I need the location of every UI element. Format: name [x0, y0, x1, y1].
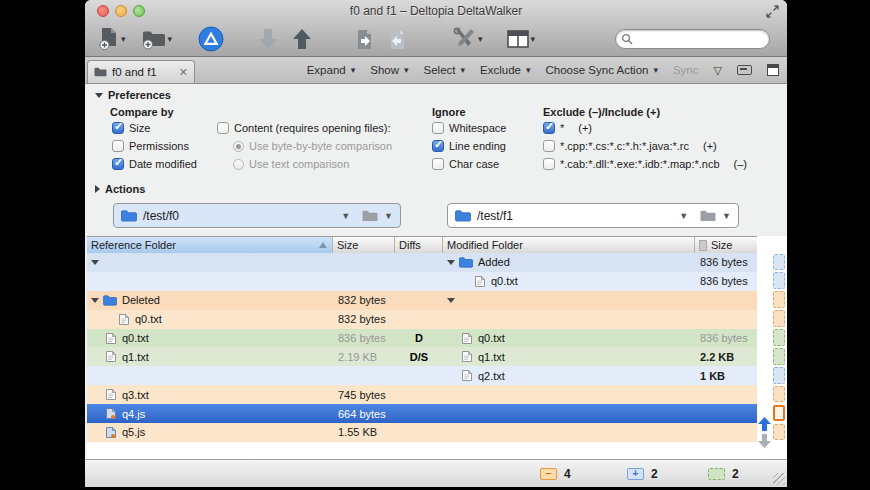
table-row[interactable]: q3.txt745 bytes: [87, 385, 757, 404]
file-size: 2.19 KB: [333, 351, 377, 363]
diff-map-block[interactable]: [773, 254, 785, 271]
arrow-up-icon: [292, 28, 312, 50]
checkbox-whitespace[interactable]: Whitespace: [432, 122, 506, 134]
table-row[interactable]: q5.js1.55 KB: [87, 423, 757, 442]
checkbox-date-modified[interactable]: Date modified: [112, 158, 197, 170]
folder-icon: [459, 257, 473, 268]
actions-section-header[interactable]: Actions: [95, 183, 145, 195]
diff-map-block[interactable]: [773, 291, 785, 308]
tab-f0-and-f1[interactable]: f0 and f1 ✕: [87, 60, 195, 83]
diff-map-block[interactable]: [773, 367, 785, 384]
row-name-cell: [443, 423, 695, 442]
checkbox-line-ending[interactable]: Line ending: [432, 140, 506, 152]
diff-map-block[interactable]: [773, 329, 785, 346]
chevron-down-icon[interactable]: ▼: [679, 211, 688, 221]
checkbox-filter-all[interactable]: * (+): [543, 122, 592, 134]
diff-map-block[interactable]: [773, 348, 785, 365]
layout-button[interactable]: ▾: [507, 25, 536, 53]
new-folder-comparison-button[interactable]: ▾: [142, 25, 173, 53]
checkbox-unchecked-icon: [543, 158, 555, 170]
folder-icon: [103, 295, 117, 306]
deleted-legend-icon: –: [540, 468, 557, 480]
diff-map-block[interactable]: [773, 386, 785, 403]
expander-icon[interactable]: [447, 298, 455, 303]
left-path-value: /test/f0: [143, 209, 335, 223]
expander-icon[interactable]: [91, 260, 99, 265]
column-header-modified-folder[interactable]: Modified Folder: [443, 237, 695, 253]
row-name-cell: [443, 385, 695, 404]
table-row[interactable]: q0.txt836 bytesDq0.txt836 bytes: [87, 329, 757, 348]
previous-difference-button[interactable]: [258, 25, 278, 53]
column-header-size-right[interactable]: Size: [695, 237, 757, 253]
checkbox-content[interactable]: Content (requires opening files):: [217, 122, 391, 134]
chevron-down-icon[interactable]: ▼: [384, 211, 393, 221]
minimize-pane-icon[interactable]: [737, 65, 752, 75]
browse-folder-icon[interactable]: [362, 210, 378, 222]
left-path-combobox[interactable]: /test/f0 ▼ ▼: [113, 203, 401, 228]
next-diff-arrow-icon[interactable]: [758, 434, 771, 448]
row-size-cell: 836 bytes: [333, 329, 395, 348]
new-folder-icon: [142, 28, 166, 50]
new-file-comparison-button[interactable]: ▾: [99, 25, 126, 53]
right-path-value: /test/f1: [477, 209, 673, 223]
table-row[interactable]: q0.txt836 bytes: [87, 272, 757, 291]
table-row[interactable]: q0.txt832 bytes: [87, 310, 757, 329]
previous-diff-arrow-icon[interactable]: [758, 417, 771, 431]
diff-map-block[interactable]: [773, 405, 785, 422]
column-header-diffs[interactable]: Diffs: [395, 237, 443, 253]
deltawalker-button[interactable]: [198, 25, 224, 53]
expand-menu[interactable]: Expand▾: [307, 64, 356, 76]
disclosure-closed-icon: [95, 185, 100, 193]
diff-map-block[interactable]: [773, 272, 785, 289]
chevron-down-icon[interactable]: ▼: [341, 211, 350, 221]
row-name-cell: [443, 404, 695, 423]
expander-icon[interactable]: [447, 260, 455, 265]
choose-sync-action-menu[interactable]: Choose Sync Action▾: [546, 64, 658, 76]
chevron-down-icon[interactable]: ▼: [722, 211, 731, 221]
next-difference-button[interactable]: [292, 25, 312, 53]
checkbox-filter-source[interactable]: *.cpp:*.cs:*.c:*.h:*.java:*.rc (+): [543, 140, 717, 152]
table-row[interactable]: Deleted832 bytes: [87, 291, 757, 310]
radio-byte-by-byte: Use byte-by-byte comparison: [233, 140, 392, 152]
row-size-cell: [695, 385, 757, 404]
table-row[interactable]: q1.txt2.19 KBD/Sq1.txt2.2 KB: [87, 347, 757, 366]
checkbox-permissions[interactable]: Permissions: [112, 140, 189, 152]
copy-to-left-button[interactable]: [389, 25, 406, 53]
close-tab-icon[interactable]: ✕: [179, 67, 188, 78]
select-menu[interactable]: Select▾: [424, 64, 466, 76]
copy-to-right-button[interactable]: [356, 25, 373, 53]
table-row[interactable]: Added836 bytes: [87, 253, 757, 272]
fullscreen-icon[interactable]: [766, 5, 779, 18]
row-name-cell: q0.txt: [87, 329, 333, 348]
file-icon: [104, 388, 117, 401]
row-size-cell: [695, 291, 757, 310]
title-bar[interactable]: f0 and f1 – Deltopia DeltaWalker: [85, 0, 787, 22]
resize-grip[interactable]: [773, 473, 785, 485]
window-title: f0 and f1 – Deltopia DeltaWalker: [85, 4, 787, 18]
maximize-pane-icon[interactable]: [767, 64, 779, 76]
collapse-panel-icon[interactable]: ▽: [714, 65, 722, 76]
tools-button[interactable]: ▾: [452, 25, 483, 53]
search-input[interactable]: [615, 29, 770, 49]
preferences-section-header[interactable]: Preferences: [95, 89, 171, 101]
checkbox-filter-binaries[interactable]: *.cab:*.dll:*.exe:*.idb:*.map:*.ncb (–): [543, 158, 747, 170]
checkbox-char-case[interactable]: Char case: [432, 158, 499, 170]
expander-icon[interactable]: [91, 298, 99, 303]
folder-icon: [121, 210, 137, 222]
diff-map-block[interactable]: [773, 310, 785, 327]
js-file-icon: [104, 426, 117, 439]
browse-folder-icon[interactable]: [700, 210, 716, 222]
file-size: 832 bytes: [333, 313, 386, 325]
compare-by-title: Compare by: [110, 106, 174, 118]
table-row[interactable]: q4.js664 bytes: [87, 404, 757, 423]
right-path-combobox[interactable]: /test/f1 ▼ ▼: [447, 203, 739, 228]
column-grip-icon[interactable]: [699, 240, 707, 251]
column-header-reference-folder[interactable]: Reference Folder: [87, 237, 333, 253]
column-header-size-left[interactable]: Size: [333, 237, 395, 253]
table-row[interactable]: q2.txt1 KB: [87, 366, 757, 385]
diff-map-block[interactable]: [773, 424, 785, 441]
checkbox-size[interactable]: Size: [112, 122, 150, 134]
exclude-menu[interactable]: Exclude▾: [480, 64, 530, 76]
chevron-down-icon: ▾: [351, 66, 356, 75]
show-menu[interactable]: Show▾: [370, 64, 408, 76]
